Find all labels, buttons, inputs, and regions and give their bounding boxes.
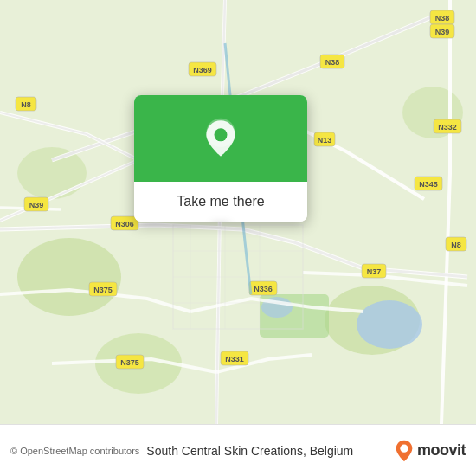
svg-text:N39: N39 (435, 28, 450, 36)
svg-text:N38: N38 (325, 58, 340, 67)
svg-text:N37: N37 (367, 267, 382, 276)
svg-point-42 (215, 128, 228, 141)
place-name: South Central Skin Creations, Belgium (146, 444, 388, 458)
svg-text:N8: N8 (451, 241, 461, 249)
svg-text:N345: N345 (419, 180, 438, 189)
attribution-text: © OpenStreetMap contributors (10, 446, 139, 456)
svg-text:N8: N8 (21, 100, 31, 109)
svg-text:N39: N39 (29, 201, 44, 209)
popup-card: Take me there (134, 95, 307, 222)
svg-point-6 (17, 147, 87, 199)
svg-text:N331: N331 (225, 355, 244, 363)
svg-text:N38: N38 (435, 14, 450, 23)
svg-text:N332: N332 (438, 123, 457, 132)
take-me-there-button[interactable]: Take me there (134, 182, 307, 222)
svg-text:N375: N375 (120, 358, 139, 367)
map-container: N38 N38 N39 N369 N8 N13 N332 N345 N8 N39… (0, 0, 476, 424)
svg-text:N375: N375 (93, 286, 113, 294)
svg-text:N336: N336 (254, 285, 273, 293)
svg-text:N306: N306 (115, 220, 134, 228)
moovit-logo: moovit (395, 439, 466, 463)
svg-text:N13: N13 (318, 136, 332, 145)
moovit-pin-icon (395, 439, 414, 463)
svg-point-7 (357, 300, 422, 349)
svg-point-43 (400, 444, 408, 452)
svg-point-1 (17, 238, 121, 316)
moovit-brand-text: moovit (417, 441, 466, 460)
svg-text:N369: N369 (193, 66, 212, 74)
location-pin-icon (199, 117, 242, 160)
popup-icon-area (134, 95, 307, 182)
bottom-bar: © OpenStreetMap contributors South Centr… (0, 424, 476, 476)
